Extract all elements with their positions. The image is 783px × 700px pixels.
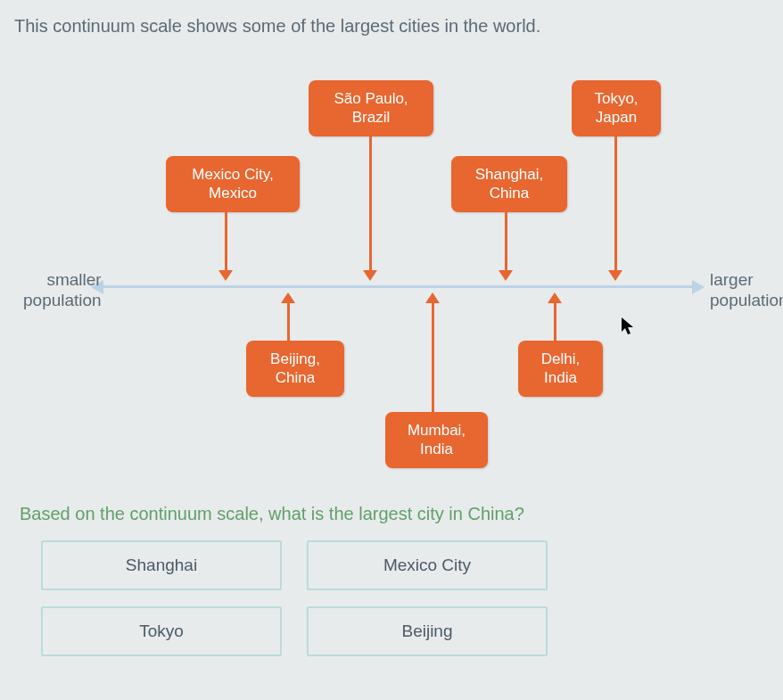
stem-beijing	[287, 303, 290, 341]
stem-mexico	[225, 206, 227, 270]
city-shanghai: Shanghai,China	[451, 156, 567, 212]
arrow-up-icon	[548, 292, 562, 303]
city-delhi: Delhi,India	[518, 341, 603, 397]
intro-text: This continuum scale shows some of the l…	[14, 16, 774, 37]
arrow-up-icon	[281, 292, 295, 303]
stem-mumbai	[432, 303, 434, 412]
continuum-diagram: smaller population larger population Mex…	[14, 49, 772, 495]
stem-delhi	[554, 303, 556, 341]
arrow-down-icon	[218, 270, 233, 281]
answer-tokyo[interactable]: Tokyo	[41, 606, 282, 656]
stem-tokyo	[614, 130, 617, 270]
axis-label-right: larger population	[710, 270, 783, 311]
answer-shanghai[interactable]: Shanghai	[41, 540, 282, 590]
city-beijing: Beijing,China	[246, 341, 344, 397]
answer-mexico-city[interactable]: Mexico City	[307, 540, 548, 590]
axis-label-left: smaller population	[23, 270, 102, 311]
arrow-down-icon	[608, 270, 622, 281]
city-mexico: Mexico City,Mexico	[166, 156, 300, 212]
city-mumbai: Mumbai,India	[385, 412, 488, 468]
axis-arrow-right-icon	[692, 280, 705, 294]
question-text: Based on the continuum scale, what is th…	[20, 504, 774, 524]
arrow-up-icon	[425, 292, 440, 303]
axis-line	[103, 285, 692, 288]
answer-beijing[interactable]: Beijing	[307, 606, 548, 656]
stem-saopaulo	[369, 130, 372, 270]
stem-shanghai	[505, 206, 507, 270]
arrow-down-icon	[499, 270, 513, 281]
answer-grid: Shanghai Mexico City Tokyo Beijing	[41, 540, 774, 656]
city-saopaulo: São Paulo,Brazil	[309, 80, 433, 136]
cursor-icon	[621, 317, 637, 341]
city-tokyo: Tokyo,Japan	[572, 80, 661, 136]
arrow-down-icon	[363, 270, 377, 281]
